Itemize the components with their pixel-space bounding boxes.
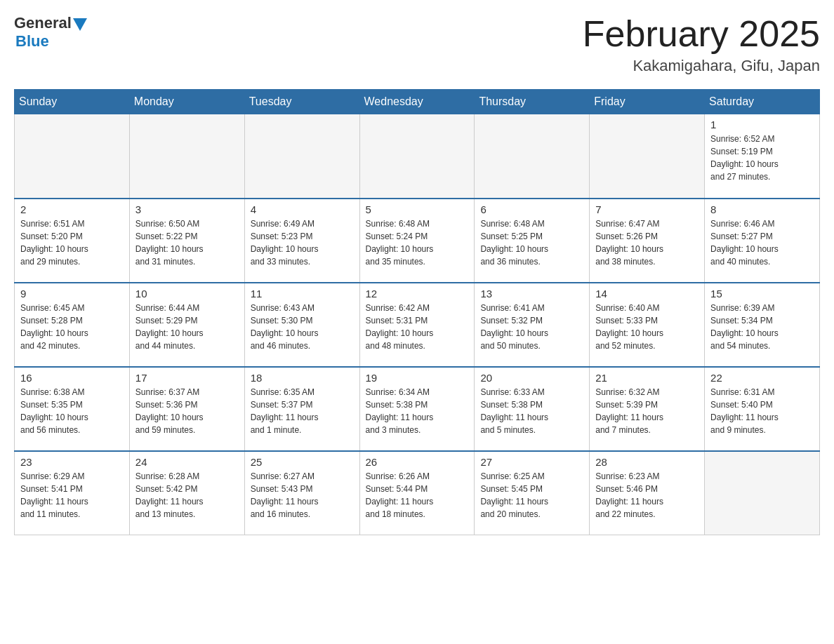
calendar-cell: 12Sunrise: 6:42 AM Sunset: 5:31 PM Dayli… — [359, 283, 475, 367]
calendar-cell: 26Sunrise: 6:26 AM Sunset: 5:44 PM Dayli… — [359, 451, 475, 535]
calendar-cell — [129, 114, 244, 199]
day-info: Sunrise: 6:41 AM Sunset: 5:32 PM Dayligh… — [480, 302, 583, 352]
calendar-cell: 4Sunrise: 6:49 AM Sunset: 5:23 PM Daylig… — [244, 199, 359, 283]
day-number: 10 — [135, 288, 239, 300]
day-number: 9 — [20, 288, 124, 300]
day-number: 27 — [480, 456, 583, 468]
calendar-week-row: 1Sunrise: 6:52 AM Sunset: 5:19 PM Daylig… — [15, 114, 820, 199]
calendar-cell: 27Sunrise: 6:25 AM Sunset: 5:45 PM Dayli… — [475, 451, 590, 535]
calendar-cell — [359, 114, 475, 199]
day-number: 8 — [710, 203, 814, 215]
calendar-cell: 22Sunrise: 6:31 AM Sunset: 5:40 PM Dayli… — [705, 367, 820, 451]
day-info: Sunrise: 6:23 AM Sunset: 5:46 PM Dayligh… — [595, 470, 699, 521]
calendar-cell: 6Sunrise: 6:48 AM Sunset: 5:25 PM Daylig… — [475, 199, 590, 283]
day-number: 2 — [20, 203, 124, 215]
calendar-cell: 14Sunrise: 6:40 AM Sunset: 5:33 PM Dayli… — [590, 283, 705, 367]
calendar-cell: 15Sunrise: 6:39 AM Sunset: 5:34 PM Dayli… — [705, 283, 820, 367]
day-info: Sunrise: 6:26 AM Sunset: 5:44 PM Dayligh… — [366, 470, 469, 521]
day-number: 1 — [710, 119, 814, 130]
calendar-cell: 17Sunrise: 6:37 AM Sunset: 5:36 PM Dayli… — [129, 367, 244, 451]
day-number: 28 — [595, 456, 699, 468]
calendar-cell: 21Sunrise: 6:32 AM Sunset: 5:39 PM Dayli… — [590, 367, 705, 451]
day-number: 7 — [595, 203, 699, 215]
day-number: 22 — [710, 372, 814, 384]
logo: General Blue — [14, 14, 87, 51]
day-number: 20 — [480, 372, 583, 384]
day-number: 13 — [480, 288, 583, 300]
day-info: Sunrise: 6:49 AM Sunset: 5:23 PM Dayligh… — [251, 217, 354, 268]
day-info: Sunrise: 6:34 AM Sunset: 5:38 PM Dayligh… — [366, 386, 469, 436]
logo-triangle-icon — [73, 18, 87, 31]
day-number: 6 — [480, 203, 583, 215]
weekday-header-sunday: Sunday — [15, 90, 130, 114]
day-number: 16 — [20, 372, 124, 384]
weekday-header-tuesday: Tuesday — [244, 90, 359, 114]
title-block: February 2025 Kakamigahara, Gifu, Japan — [583, 14, 820, 75]
day-info: Sunrise: 6:44 AM Sunset: 5:29 PM Dayligh… — [135, 302, 239, 352]
day-info: Sunrise: 6:43 AM Sunset: 5:30 PM Dayligh… — [251, 302, 354, 352]
calendar-cell: 1Sunrise: 6:52 AM Sunset: 5:19 PM Daylig… — [705, 114, 820, 199]
calendar-cell: 20Sunrise: 6:33 AM Sunset: 5:38 PM Dayli… — [475, 367, 590, 451]
calendar-cell: 3Sunrise: 6:50 AM Sunset: 5:22 PM Daylig… — [129, 199, 244, 283]
day-number: 24 — [135, 456, 239, 468]
day-info: Sunrise: 6:40 AM Sunset: 5:33 PM Dayligh… — [595, 302, 699, 352]
calendar-cell: 24Sunrise: 6:28 AM Sunset: 5:42 PM Dayli… — [129, 451, 244, 535]
day-number: 19 — [366, 372, 469, 384]
day-info: Sunrise: 6:45 AM Sunset: 5:28 PM Dayligh… — [20, 302, 124, 352]
day-number: 21 — [595, 372, 699, 384]
day-info: Sunrise: 6:37 AM Sunset: 5:36 PM Dayligh… — [135, 386, 239, 436]
day-info: Sunrise: 6:50 AM Sunset: 5:22 PM Dayligh… — [135, 217, 239, 268]
calendar-cell: 10Sunrise: 6:44 AM Sunset: 5:29 PM Dayli… — [129, 283, 244, 367]
calendar-week-row: 16Sunrise: 6:38 AM Sunset: 5:35 PM Dayli… — [15, 367, 820, 451]
calendar-cell: 18Sunrise: 6:35 AM Sunset: 5:37 PM Dayli… — [244, 367, 359, 451]
calendar-cell: 7Sunrise: 6:47 AM Sunset: 5:26 PM Daylig… — [590, 199, 705, 283]
weekday-header-saturday: Saturday — [705, 90, 820, 114]
day-info: Sunrise: 6:48 AM Sunset: 5:25 PM Dayligh… — [480, 217, 583, 268]
calendar-cell: 8Sunrise: 6:46 AM Sunset: 5:27 PM Daylig… — [705, 199, 820, 283]
day-info: Sunrise: 6:47 AM Sunset: 5:26 PM Dayligh… — [595, 217, 699, 268]
calendar-cell: 13Sunrise: 6:41 AM Sunset: 5:32 PM Dayli… — [475, 283, 590, 367]
logo-general: General — [14, 14, 72, 32]
day-info: Sunrise: 6:28 AM Sunset: 5:42 PM Dayligh… — [135, 470, 239, 521]
day-info: Sunrise: 6:32 AM Sunset: 5:39 PM Dayligh… — [595, 386, 699, 436]
calendar-cell: 23Sunrise: 6:29 AM Sunset: 5:41 PM Dayli… — [15, 451, 130, 535]
logo-blue: Blue — [15, 32, 87, 51]
day-info: Sunrise: 6:42 AM Sunset: 5:31 PM Dayligh… — [366, 302, 469, 352]
day-number: 23 — [20, 456, 124, 468]
calendar-cell: 11Sunrise: 6:43 AM Sunset: 5:30 PM Dayli… — [244, 283, 359, 367]
day-info: Sunrise: 6:29 AM Sunset: 5:41 PM Dayligh… — [20, 470, 124, 521]
day-info: Sunrise: 6:46 AM Sunset: 5:27 PM Dayligh… — [710, 217, 814, 268]
day-number: 5 — [366, 203, 469, 215]
day-number: 26 — [366, 456, 469, 468]
day-number: 15 — [710, 288, 814, 300]
calendar-cell: 2Sunrise: 6:51 AM Sunset: 5:20 PM Daylig… — [15, 199, 130, 283]
calendar-cell — [590, 114, 705, 199]
day-info: Sunrise: 6:25 AM Sunset: 5:45 PM Dayligh… — [480, 470, 583, 521]
day-number: 17 — [135, 372, 239, 384]
day-info: Sunrise: 6:31 AM Sunset: 5:40 PM Dayligh… — [710, 386, 814, 436]
day-number: 18 — [251, 372, 354, 384]
calendar-week-row: 9Sunrise: 6:45 AM Sunset: 5:28 PM Daylig… — [15, 283, 820, 367]
day-info: Sunrise: 6:27 AM Sunset: 5:43 PM Dayligh… — [251, 470, 354, 521]
day-info: Sunrise: 6:35 AM Sunset: 5:37 PM Dayligh… — [251, 386, 354, 436]
day-info: Sunrise: 6:48 AM Sunset: 5:24 PM Dayligh… — [366, 217, 469, 268]
day-number: 11 — [251, 288, 354, 300]
weekday-header-thursday: Thursday — [475, 90, 590, 114]
calendar-subtitle: Kakamigahara, Gifu, Japan — [583, 57, 820, 75]
page-header: General Blue February 2025 Kakamigahara,… — [14, 14, 820, 75]
calendar-week-row: 2Sunrise: 6:51 AM Sunset: 5:20 PM Daylig… — [15, 199, 820, 283]
calendar-cell: 9Sunrise: 6:45 AM Sunset: 5:28 PM Daylig… — [15, 283, 130, 367]
weekday-header-wednesday: Wednesday — [359, 90, 475, 114]
calendar-cell: 28Sunrise: 6:23 AM Sunset: 5:46 PM Dayli… — [590, 451, 705, 535]
day-number: 4 — [251, 203, 354, 215]
day-number: 14 — [595, 288, 699, 300]
day-number: 3 — [135, 203, 239, 215]
weekday-header-row: SundayMondayTuesdayWednesdayThursdayFrid… — [15, 90, 820, 114]
calendar-cell — [705, 451, 820, 535]
day-info: Sunrise: 6:52 AM Sunset: 5:19 PM Dayligh… — [710, 133, 814, 183]
calendar-title: February 2025 — [583, 14, 820, 54]
day-info: Sunrise: 6:39 AM Sunset: 5:34 PM Dayligh… — [710, 302, 814, 352]
weekday-header-friday: Friday — [590, 90, 705, 114]
day-info: Sunrise: 6:38 AM Sunset: 5:35 PM Dayligh… — [20, 386, 124, 436]
calendar-cell — [475, 114, 590, 199]
